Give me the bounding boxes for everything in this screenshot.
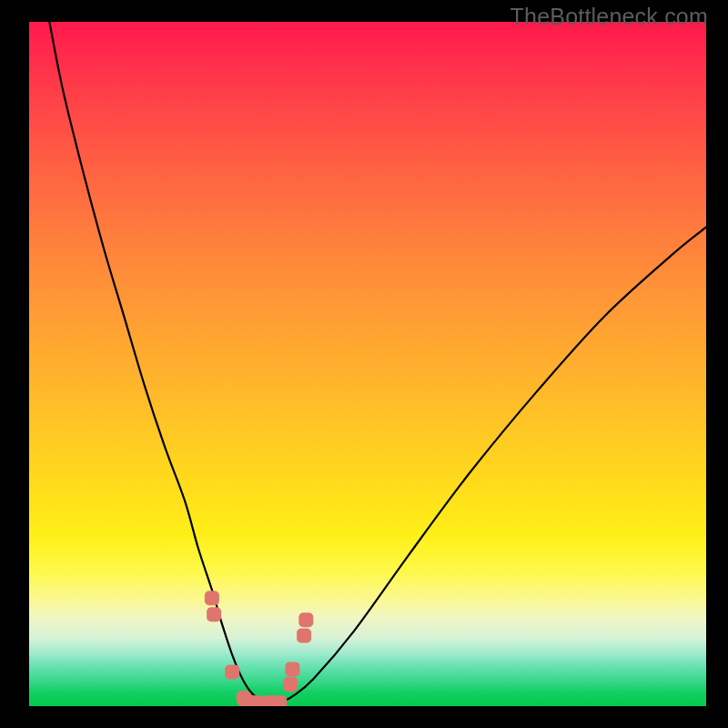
bottleneck-curve — [49, 22, 706, 703]
marker-point — [207, 607, 221, 622]
marker-point — [225, 664, 239, 679]
highlight-markers — [205, 591, 313, 706]
marker-point — [272, 695, 287, 706]
marker-point — [297, 629, 311, 643]
marker-point — [285, 662, 299, 676]
marker-point — [298, 612, 313, 627]
marker-point — [205, 591, 219, 605]
chart-frame: TheBottleneck.com — [0, 0, 728, 728]
plot-area — [29, 22, 706, 706]
curve-layer — [29, 22, 706, 706]
watermark-text: TheBottleneck.com — [511, 4, 708, 30]
marker-point — [283, 677, 298, 692]
